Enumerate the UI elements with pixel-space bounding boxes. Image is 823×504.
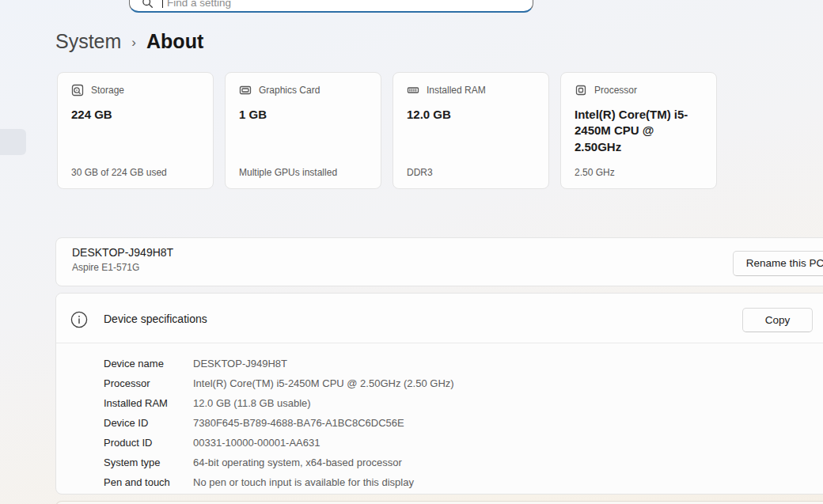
spec-row-product-id: Product ID 00331-10000-00001-AA631 xyxy=(104,433,454,453)
device-name: DESKTOP-J949H8T xyxy=(72,246,823,259)
spec-row-system-type: System type 64-bit operating system, x64… xyxy=(104,453,454,472)
ram-icon xyxy=(407,84,419,97)
storage-card-value: 224 GB xyxy=(71,107,199,123)
graphics-card-value: 1 GB xyxy=(239,107,367,123)
spec-row-device-id: Device ID 7380F645-B789-4688-BA76-A1BC8C… xyxy=(104,413,454,433)
spec-row-installed-ram: Installed RAM 12.0 GB (11.8 GB usable) xyxy=(104,393,454,413)
installed-ram-value: 12.0 GB xyxy=(407,107,535,123)
spec-row-processor: Processor Intel(R) Core(TM) i5-2450M CPU… xyxy=(104,373,454,393)
graphics-card-card[interactable]: Graphics Card 1 GB Multiple GPUs install… xyxy=(225,72,381,189)
installed-ram-card[interactable]: Installed RAM 12.0 GB DDR3 xyxy=(393,72,549,189)
spec-row-pen-and-touch: Pen and touch No pen or touch input is a… xyxy=(104,472,454,492)
spec-label: Processor xyxy=(104,377,193,389)
spec-value: 7380F645-B789-4688-BA76-A1BC8C6DC56E xyxy=(193,417,404,429)
spec-label: Product ID xyxy=(104,437,193,449)
spec-label: Device name xyxy=(104,358,193,369)
processor-card-value: Intel(R) Core(TM) i5-2450M CPU @ 2.50GHz xyxy=(575,107,703,155)
rename-pc-button[interactable]: Rename this PC xyxy=(733,251,823,276)
spec-label: System type xyxy=(104,457,193,468)
spec-value: DESKTOP-J949H8T xyxy=(193,358,287,369)
spec-label: Installed RAM xyxy=(104,397,193,409)
copy-button[interactable]: Copy xyxy=(742,308,813,332)
graphics-card-icon xyxy=(239,84,252,97)
device-specifications-header[interactable]: Device specifications Copy xyxy=(56,294,823,343)
info-icon xyxy=(70,311,88,328)
processor-card-detail: 2.50 GHz xyxy=(575,167,615,178)
spec-value: 12.0 GB (11.8 GB usable) xyxy=(193,397,311,409)
spec-label: Device ID xyxy=(104,417,193,429)
breadcrumb-system[interactable]: System xyxy=(55,30,121,53)
installed-ram-detail: DDR3 xyxy=(407,167,433,178)
page-title: About xyxy=(146,30,203,53)
storage-card-detail: 30 GB of 224 GB used xyxy=(71,167,167,178)
search-icon xyxy=(142,0,154,9)
device-specifications-body: Device name DESKTOP-J949H8T Processor In… xyxy=(104,354,454,492)
storage-card[interactable]: Storage 224 GB 30 GB of 224 GB used xyxy=(57,72,214,189)
cpu-icon xyxy=(575,84,587,97)
next-card-sliver xyxy=(55,501,823,504)
processor-card-label: Processor xyxy=(594,85,637,96)
spec-value: No pen or touch input is available for t… xyxy=(193,476,414,488)
sidebar-item-fragment[interactable] xyxy=(0,129,26,155)
graphics-card-label: Graphics Card xyxy=(259,85,320,96)
graphics-card-detail: Multiple GPUs installed xyxy=(239,167,337,178)
device-specifications-card: Device specifications Copy Device name D… xyxy=(55,293,823,495)
device-specifications-title: Device specifications xyxy=(104,313,207,325)
spec-value: Intel(R) Core(TM) i5-2450M CPU @ 2.50GHz… xyxy=(193,377,454,389)
breadcrumb: System › About xyxy=(55,30,203,53)
settings-search-box[interactable] xyxy=(129,0,533,13)
storage-card-label: Storage xyxy=(91,85,124,96)
installed-ram-label: Installed RAM xyxy=(427,85,486,96)
storage-icon xyxy=(71,84,84,97)
spec-label: Pen and touch xyxy=(104,476,193,488)
spec-value: 00331-10000-00001-AA631 xyxy=(193,437,320,449)
spec-row-device-name: Device name DESKTOP-J949H8T xyxy=(104,354,454,373)
spec-value: 64-bit operating system, x64-based proce… xyxy=(193,457,402,468)
device-name-card: DESKTOP-J949H8T Aspire E1-571G Rename th… xyxy=(55,237,823,286)
processor-card[interactable]: Processor Intel(R) Core(TM) i5-2450M CPU… xyxy=(560,72,717,189)
device-model: Aspire E1-571G xyxy=(72,262,823,273)
chevron-right-icon: › xyxy=(131,35,136,51)
search-input[interactable] xyxy=(163,0,533,11)
